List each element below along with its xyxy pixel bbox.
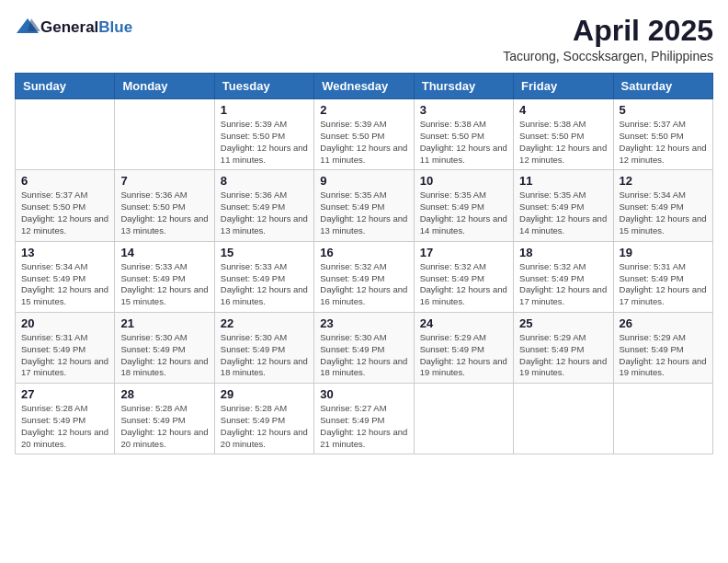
day-info: Sunrise: 5:29 AM Sunset: 5:49 PM Dayligh… — [620, 332, 707, 379]
weekday-header: Monday — [115, 74, 214, 99]
day-number: 21 — [120, 316, 208, 330]
calendar-cell: 22Sunrise: 5:30 AM Sunset: 5:49 PM Dayli… — [214, 312, 313, 383]
day-number: 29 — [221, 387, 308, 401]
day-number: 27 — [21, 387, 108, 401]
day-info: Sunrise: 5:31 AM Sunset: 5:49 PM Dayligh… — [620, 261, 707, 308]
calendar-week-row: 27Sunrise: 5:28 AM Sunset: 5:49 PM Dayli… — [16, 384, 713, 454]
day-number: 30 — [320, 387, 407, 401]
day-number: 13 — [21, 246, 108, 259]
logo: GeneralBlue — [15, 15, 132, 40]
weekday-header: Wednesday — [314, 74, 414, 99]
weekday-header: Saturday — [613, 74, 712, 99]
day-number: 17 — [420, 246, 507, 259]
day-number: 20 — [21, 316, 108, 330]
logo-general-text: General — [40, 18, 98, 36]
title-area: April 2025 Tacurong, Soccsksargen, Phili… — [503, 15, 713, 63]
calendar-cell: 13Sunrise: 5:34 AM Sunset: 5:49 PM Dayli… — [16, 241, 115, 312]
day-number: 9 — [320, 174, 407, 188]
calendar-cell: 12Sunrise: 5:34 AM Sunset: 5:49 PM Dayli… — [613, 170, 712, 241]
day-info: Sunrise: 5:32 AM Sunset: 5:49 PM Dayligh… — [519, 261, 607, 308]
logo-blue-text: Blue — [98, 18, 132, 36]
day-number: 10 — [420, 174, 507, 188]
weekday-header: Sunday — [16, 74, 115, 99]
day-info: Sunrise: 5:29 AM Sunset: 5:49 PM Dayligh… — [519, 332, 607, 379]
day-info: Sunrise: 5:38 AM Sunset: 5:50 PM Dayligh… — [519, 119, 607, 166]
day-number: 15 — [221, 246, 308, 259]
calendar-cell: 3Sunrise: 5:38 AM Sunset: 5:50 PM Daylig… — [414, 99, 513, 170]
day-info: Sunrise: 5:33 AM Sunset: 5:49 PM Dayligh… — [221, 261, 308, 308]
day-info: Sunrise: 5:34 AM Sunset: 5:49 PM Dayligh… — [620, 190, 707, 236]
day-info: Sunrise: 5:35 AM Sunset: 5:49 PM Dayligh… — [320, 190, 407, 236]
calendar-cell: 16Sunrise: 5:32 AM Sunset: 5:49 PM Dayli… — [314, 241, 414, 312]
calendar-header-row: SundayMondayTuesdayWednesdayThursdayFrid… — [16, 74, 713, 99]
day-number: 24 — [420, 316, 507, 330]
day-number: 4 — [519, 103, 607, 117]
calendar-cell: 10Sunrise: 5:35 AM Sunset: 5:49 PM Dayli… — [414, 170, 513, 241]
day-info: Sunrise: 5:39 AM Sunset: 5:50 PM Dayligh… — [320, 119, 407, 166]
day-info: Sunrise: 5:28 AM Sunset: 5:49 PM Dayligh… — [21, 403, 108, 450]
calendar-cell: 2Sunrise: 5:39 AM Sunset: 5:50 PM Daylig… — [314, 99, 414, 170]
logo-icon — [15, 15, 40, 40]
day-number: 11 — [519, 174, 607, 188]
day-info: Sunrise: 5:34 AM Sunset: 5:49 PM Dayligh… — [21, 261, 108, 308]
calendar-cell: 30Sunrise: 5:27 AM Sunset: 5:49 PM Dayli… — [314, 384, 414, 454]
day-info: Sunrise: 5:28 AM Sunset: 5:49 PM Dayligh… — [120, 403, 208, 450]
day-number: 3 — [420, 103, 507, 117]
calendar-week-row: 1Sunrise: 5:39 AM Sunset: 5:50 PM Daylig… — [16, 99, 713, 170]
calendar-cell: 19Sunrise: 5:31 AM Sunset: 5:49 PM Dayli… — [613, 241, 712, 312]
calendar-cell: 4Sunrise: 5:38 AM Sunset: 5:50 PM Daylig… — [514, 99, 613, 170]
day-info: Sunrise: 5:33 AM Sunset: 5:49 PM Dayligh… — [120, 261, 208, 308]
calendar-cell: 29Sunrise: 5:28 AM Sunset: 5:49 PM Dayli… — [214, 384, 313, 454]
day-number: 19 — [620, 246, 707, 259]
day-info: Sunrise: 5:28 AM Sunset: 5:49 PM Dayligh… — [221, 403, 308, 450]
calendar-cell: 23Sunrise: 5:30 AM Sunset: 5:49 PM Dayli… — [314, 312, 414, 383]
day-info: Sunrise: 5:30 AM Sunset: 5:49 PM Dayligh… — [221, 332, 308, 379]
day-info: Sunrise: 5:30 AM Sunset: 5:49 PM Dayligh… — [120, 332, 208, 379]
day-info: Sunrise: 5:37 AM Sunset: 5:50 PM Dayligh… — [21, 190, 108, 236]
day-info: Sunrise: 5:35 AM Sunset: 5:49 PM Dayligh… — [519, 190, 607, 236]
calendar-cell: 11Sunrise: 5:35 AM Sunset: 5:49 PM Dayli… — [514, 170, 613, 241]
calendar-cell: 6Sunrise: 5:37 AM Sunset: 5:50 PM Daylig… — [16, 170, 115, 241]
calendar-cell: 26Sunrise: 5:29 AM Sunset: 5:49 PM Dayli… — [613, 312, 712, 383]
day-number: 7 — [120, 174, 208, 188]
day-number: 8 — [221, 174, 308, 188]
day-number: 23 — [320, 316, 407, 330]
day-info: Sunrise: 5:30 AM Sunset: 5:49 PM Dayligh… — [320, 332, 407, 379]
day-number: 28 — [120, 387, 208, 401]
calendar-cell: 27Sunrise: 5:28 AM Sunset: 5:49 PM Dayli… — [16, 384, 115, 454]
day-info: Sunrise: 5:27 AM Sunset: 5:49 PM Dayligh… — [320, 403, 407, 450]
calendar-week-row: 13Sunrise: 5:34 AM Sunset: 5:49 PM Dayli… — [16, 241, 713, 312]
day-number: 22 — [221, 316, 308, 330]
calendar-cell — [613, 384, 712, 454]
day-info: Sunrise: 5:29 AM Sunset: 5:49 PM Dayligh… — [420, 332, 507, 379]
calendar-cell: 21Sunrise: 5:30 AM Sunset: 5:49 PM Dayli… — [115, 312, 214, 383]
day-info: Sunrise: 5:38 AM Sunset: 5:50 PM Dayligh… — [420, 119, 507, 166]
calendar-cell: 28Sunrise: 5:28 AM Sunset: 5:49 PM Dayli… — [115, 384, 214, 454]
calendar-cell — [16, 99, 115, 170]
weekday-header: Thursday — [414, 74, 513, 99]
calendar-cell: 7Sunrise: 5:36 AM Sunset: 5:50 PM Daylig… — [115, 170, 214, 241]
calendar-cell: 5Sunrise: 5:37 AM Sunset: 5:50 PM Daylig… — [613, 99, 712, 170]
day-number: 18 — [519, 246, 607, 259]
day-number: 14 — [120, 246, 208, 259]
day-number: 16 — [320, 246, 407, 259]
calendar-table: SundayMondayTuesdayWednesdayThursdayFrid… — [15, 73, 713, 454]
weekday-header: Tuesday — [214, 74, 313, 99]
calendar-cell: 25Sunrise: 5:29 AM Sunset: 5:49 PM Dayli… — [514, 312, 613, 383]
calendar-cell — [414, 384, 513, 454]
calendar-week-row: 6Sunrise: 5:37 AM Sunset: 5:50 PM Daylig… — [16, 170, 713, 241]
day-number: 5 — [620, 103, 707, 117]
day-info: Sunrise: 5:39 AM Sunset: 5:50 PM Dayligh… — [221, 119, 308, 166]
day-info: Sunrise: 5:32 AM Sunset: 5:49 PM Dayligh… — [420, 261, 507, 308]
calendar-cell: 9Sunrise: 5:35 AM Sunset: 5:49 PM Daylig… — [314, 170, 414, 241]
calendar-cell — [115, 99, 214, 170]
svg-marker-1 — [28, 18, 40, 31]
day-number: 1 — [221, 103, 308, 117]
day-info: Sunrise: 5:31 AM Sunset: 5:49 PM Dayligh… — [21, 332, 108, 379]
calendar-cell: 24Sunrise: 5:29 AM Sunset: 5:49 PM Dayli… — [414, 312, 513, 383]
day-number: 25 — [519, 316, 607, 330]
day-number: 2 — [320, 103, 407, 117]
calendar-cell: 14Sunrise: 5:33 AM Sunset: 5:49 PM Dayli… — [115, 241, 214, 312]
weekday-header: Friday — [514, 74, 613, 99]
page-header: GeneralBlue April 2025 Tacurong, Soccsks… — [15, 15, 713, 63]
